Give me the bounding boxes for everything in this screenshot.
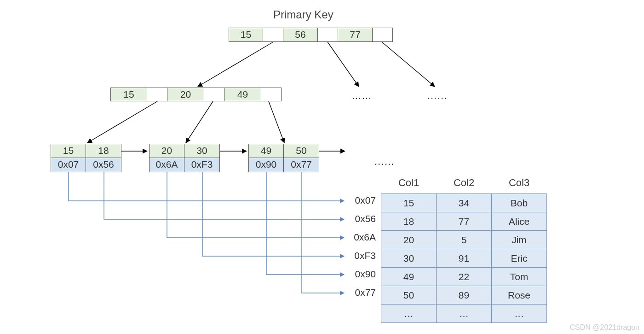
table-row: 3091Eric: [381, 249, 547, 268]
internal-node: 15 20 49: [110, 88, 282, 101]
addr-label-1: 0x56: [339, 213, 376, 224]
leaf1-ptr-1: 0xF3: [184, 158, 220, 172]
mid-gap-1: [204, 88, 224, 101]
leaf0-ptr-0: 0x07: [51, 158, 86, 172]
svg-line-3: [87, 101, 157, 143]
mid-ellipsis-1: ……: [427, 90, 447, 102]
root-node: 15 56 77: [229, 28, 393, 42]
table-row: 205Jim: [381, 231, 547, 249]
addr-label-4: 0x90: [339, 269, 376, 280]
leaf2-ptr-0: 0x90: [248, 158, 284, 172]
leaf-node-0: 15 18 0x07 0x56: [51, 144, 121, 172]
table-row: 1534Bob: [381, 194, 547, 212]
table-row: 5089Rose: [381, 286, 547, 305]
leaf0-ptr-1: 0x56: [86, 158, 121, 172]
col-header-0: Col1: [381, 175, 437, 194]
leaf1-key-1: 30: [184, 144, 220, 158]
addr-label-2: 0x6A: [339, 232, 376, 243]
table-row: 4922Tom: [381, 268, 547, 286]
svg-line-2: [382, 42, 435, 87]
root-gap-2: [373, 28, 393, 42]
addr-label-3: 0xF3: [339, 250, 376, 261]
leaf1-ptr-0: 0x6A: [149, 158, 184, 172]
root-key-2: 77: [338, 28, 373, 42]
col-header-2: Col3: [492, 175, 547, 194]
root-gap-0: [263, 28, 283, 42]
col-header-1: Col2: [437, 175, 492, 194]
svg-line-0: [198, 42, 273, 87]
leaf1-key-0: 20: [149, 144, 184, 158]
leaf2-key-0: 49: [248, 144, 284, 158]
data-table: Col1 Col2 Col3 1534Bob 1877Alice 205Jim …: [381, 175, 547, 323]
table-row: 1877Alice: [381, 212, 547, 231]
root-gap-1: [318, 28, 338, 42]
diagram-title: Primary Key: [273, 8, 334, 21]
svg-line-5: [269, 101, 284, 143]
addr-label-0: 0x07: [339, 195, 376, 206]
watermark: CSDN @2021dragon: [570, 323, 639, 332]
mid-key-1: 20: [167, 88, 204, 101]
mid-gap-2: [261, 88, 282, 101]
mid-key-2: 49: [224, 88, 261, 101]
root-key-1: 56: [283, 28, 318, 42]
table-row: ………: [381, 305, 547, 323]
addr-label-5: 0x77: [339, 287, 376, 298]
leaf-node-2: 49 50 0x90 0x77: [248, 144, 319, 172]
leaf2-key-1: 50: [284, 144, 319, 158]
mid-key-0: 15: [110, 88, 147, 101]
leaf-ellipsis: ……: [374, 156, 394, 168]
leaf0-key-1: 18: [86, 144, 121, 158]
leaf0-key-0: 15: [51, 144, 86, 158]
leaf-node-1: 20 30 0x6A 0xF3: [149, 144, 220, 172]
svg-line-1: [328, 42, 359, 87]
leaf2-ptr-1: 0x77: [284, 158, 319, 172]
mid-ellipsis-0: ……: [351, 90, 372, 102]
mid-gap-0: [147, 88, 167, 101]
svg-line-4: [186, 101, 213, 143]
root-key-0: 15: [229, 28, 263, 42]
